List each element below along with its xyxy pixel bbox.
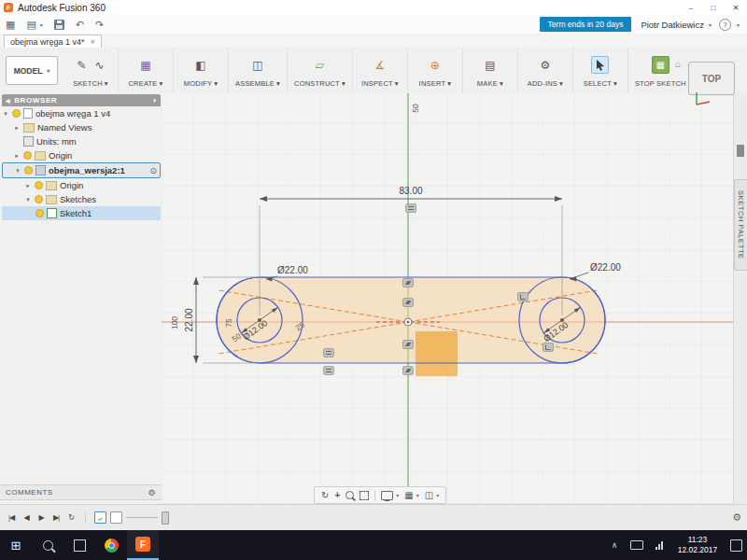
create-icon[interactable]: ▦: [138, 57, 154, 73]
browser-item-component[interactable]: ▾ obejma_wersja2:1 ⊙: [2, 162, 161, 178]
select-cursor-icon[interactable]: [591, 56, 609, 74]
toolbar-group-modify[interactable]: ◧ MODIFY▾: [174, 48, 229, 93]
viewports-button[interactable]: ◫▾: [425, 490, 439, 500]
toolbar-group-insert[interactable]: ⊕ INSERT▾: [408, 48, 463, 93]
dimension-22-text[interactable]: 22.00: [184, 308, 194, 331]
workspace-selector[interactable]: MODEL ▾: [6, 56, 58, 85]
visibility-bulb-icon[interactable]: [35, 181, 43, 189]
action-center-button[interactable]: [725, 530, 747, 560]
collapsed-panel-icon[interactable]: [737, 145, 744, 157]
pan-button[interactable]: +: [334, 490, 340, 500]
inspect-icon[interactable]: ∡: [372, 57, 388, 73]
chrome-taskbar-button[interactable]: [95, 530, 127, 560]
browser-header[interactable]: ◀ BROWSER ◑: [2, 94, 161, 106]
visibility-bulb-icon[interactable]: [23, 151, 32, 160]
browser-item-named-views[interactable]: ▸ Named Views: [2, 120, 161, 134]
timeline-sketch-feature[interactable]: [94, 511, 106, 524]
gear-icon[interactable]: ⚙: [537, 57, 553, 73]
fusion-taskbar-button[interactable]: F: [127, 530, 159, 560]
timeline-playhead[interactable]: [162, 511, 169, 525]
timeline-loop-button[interactable]: ↻: [65, 513, 77, 522]
chevron-down-icon[interactable]: ▾: [709, 21, 712, 28]
browser-item-root[interactable]: ▾ obejma wręga 1 v4: [2, 106, 161, 120]
dimension-83-text[interactable]: 83.00: [399, 186, 422, 196]
search-button[interactable]: [32, 530, 63, 560]
timeline-feature[interactable]: [110, 511, 122, 524]
toolbar-group-sketch[interactable]: ✎ ∿ SKETCH▾: [63, 48, 119, 93]
selected-profile[interactable]: [416, 331, 458, 376]
close-tab-icon[interactable]: ✕: [91, 38, 96, 46]
taskbar-clock[interactable]: 11:23 12.02.2017: [670, 530, 725, 560]
display-settings-button[interactable]: ▾: [381, 491, 399, 500]
expand-icon[interactable]: ▾: [24, 196, 32, 203]
user-name[interactable]: Piotr Datkiewicz: [641, 20, 704, 30]
expand-icon[interactable]: ▸: [13, 152, 21, 160]
chevron-down-icon[interactable]: ▾: [737, 21, 740, 28]
sketch-spline-icon[interactable]: ∿: [92, 57, 107, 73]
expand-icon[interactable]: ▾: [2, 110, 9, 118]
expand-icon[interactable]: ▾: [14, 167, 21, 175]
activate-component-icon[interactable]: ⊙: [149, 166, 157, 175]
visibility-bulb-icon[interactable]: [35, 209, 44, 217]
help-icon[interactable]: ?: [719, 19, 731, 31]
modify-icon[interactable]: ◧: [193, 57, 209, 73]
sketch-canvas[interactable]: 83.00 22.00 Ø22.00 Ø22.00 Ø12.00: [162, 93, 733, 504]
expand-icon[interactable]: ▸: [13, 124, 21, 132]
toolbar-group-addins[interactable]: ⚙ ADD-INS▾: [518, 48, 573, 93]
assemble-icon[interactable]: ◫: [250, 57, 266, 73]
constraint-glyph[interactable]: [406, 204, 416, 213]
app-grid-icon[interactable]: ▦: [0, 15, 21, 34]
toolbar-group-assemble[interactable]: ◫ ASSEMBLE▾: [229, 48, 288, 93]
gear-icon[interactable]: ⚙: [732, 511, 741, 524]
minimize-button[interactable]: –: [680, 0, 702, 15]
start-button[interactable]: ⊞: [0, 530, 32, 560]
task-view-button[interactable]: [63, 530, 95, 560]
viewcube-face-label[interactable]: TOP: [702, 74, 721, 84]
expand-icon[interactable]: ▸: [24, 182, 32, 189]
touch-keyboard-button[interactable]: [626, 530, 648, 560]
ref-75-text[interactable]: 75: [224, 318, 233, 328]
dia22-right-text[interactable]: Ø22.00: [590, 262, 621, 273]
dia22-left-text[interactable]: Ø22.00: [277, 265, 308, 275]
browser-item-sketches[interactable]: ▾ Sketches: [2, 192, 161, 206]
file-menu-button[interactable]: ▤ ▾: [21, 15, 48, 34]
browser-item-sketch1[interactable]: Sketch1: [2, 206, 161, 220]
timeline-play-button[interactable]: ▶: [35, 513, 47, 522]
stop-sketch-button[interactable]: ▦ STOP SKETCH: [628, 48, 693, 93]
toolbar-group-select[interactable]: SELECT▾: [573, 48, 628, 93]
construct-icon[interactable]: ▱: [312, 57, 328, 73]
orbit-button[interactable]: ↻: [321, 490, 329, 500]
timeline-step-back-button[interactable]: ◀: [21, 513, 32, 522]
collapse-browser-icon[interactable]: ◀: [6, 97, 10, 104]
tray-expand-button[interactable]: ∧: [603, 530, 626, 560]
gear-icon[interactable]: ⚙: [148, 488, 156, 497]
toolbar-group-make[interactable]: ▤ MAKE▾: [463, 48, 518, 93]
browser-item-units[interactable]: Units: mm: [2, 134, 161, 148]
undo-button[interactable]: ↶: [70, 15, 90, 34]
sketch-palette-tab[interactable]: SKETCH PALETTE: [734, 179, 747, 271]
timeline-go-end-button[interactable]: ▶|: [50, 513, 62, 522]
insert-icon[interactable]: ⊕: [427, 57, 443, 73]
ref-100-text[interactable]: 100: [170, 316, 179, 329]
browser-item-origin[interactable]: ▸ Origin: [2, 148, 161, 162]
maximize-button[interactable]: □: [702, 0, 725, 15]
term-badge[interactable]: Term ends in 20 days: [540, 17, 632, 32]
close-button[interactable]: ✕: [725, 0, 747, 15]
toolbar-group-construct[interactable]: ▱ CONSTRUCT▾: [288, 48, 353, 93]
browser-item-origin-sub[interactable]: ▸ Origin: [2, 178, 161, 192]
ref-50-top-text[interactable]: 50: [411, 104, 420, 113]
timeline-go-start-button[interactable]: |◀: [6, 513, 17, 522]
visibility-bulb-icon[interactable]: [24, 166, 33, 175]
redo-button[interactable]: ↷: [90, 15, 109, 34]
grid-settings-button[interactable]: ▦▾: [404, 490, 418, 500]
toolbar-group-create[interactable]: ▦ CREATE▾: [119, 48, 174, 93]
zoom-button[interactable]: [345, 491, 354, 499]
make-icon[interactable]: ▤: [482, 57, 498, 73]
toolbar-group-inspect[interactable]: ∡ INSPECT▾: [353, 48, 408, 93]
document-tab[interactable]: obejma wręga 1 v4* ✕: [4, 35, 102, 48]
fit-button[interactable]: [359, 491, 369, 500]
save-button[interactable]: [49, 15, 70, 34]
visibility-bulb-icon[interactable]: [35, 195, 43, 203]
display-mode-icon[interactable]: ◑: [152, 96, 157, 105]
network-button[interactable]: [648, 530, 670, 560]
